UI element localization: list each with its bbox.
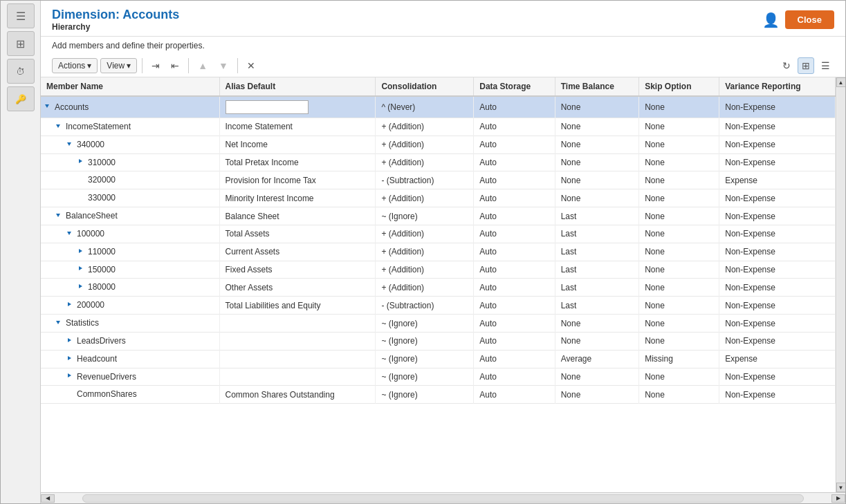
sidebar-key-icon[interactable]: 🔑 bbox=[7, 86, 35, 111]
table-row[interactable]: Statistics~ (Ignore)AutoNoneNoneNon-Expe… bbox=[41, 315, 836, 333]
close-button[interactable]: Close bbox=[785, 10, 834, 29]
skip-option-cell: None bbox=[639, 368, 719, 386]
toolbar: Actions ▾ View ▾ ⇥ ⇤ ▲ ▼ ✕ ↻ ⊞ ☰ bbox=[41, 55, 845, 77]
table-row[interactable]: 110000Current Assets+ (Addition)AutoLast… bbox=[41, 243, 836, 261]
svg-marker-12 bbox=[68, 356, 71, 360]
delete-button[interactable]: ✕ bbox=[243, 57, 259, 74]
svg-marker-6 bbox=[79, 249, 82, 253]
variance-cell: Non-Expense bbox=[719, 261, 836, 279]
col-variance-reporting: Variance Reporting bbox=[719, 77, 836, 96]
alias-input[interactable] bbox=[226, 100, 309, 114]
actions-dropdown-icon: ▾ bbox=[87, 61, 91, 71]
consolidation-cell: ~ (Ignore) bbox=[376, 207, 474, 225]
data-storage-cell: Auto bbox=[474, 297, 555, 315]
member-name: Statistics bbox=[66, 318, 99, 328]
variance-cell: Non-Expense bbox=[719, 225, 836, 243]
alias-cell: Current Assets bbox=[219, 243, 376, 261]
expand-icon[interactable] bbox=[66, 230, 75, 239]
consolidation-cell: ~ (Ignore) bbox=[376, 386, 474, 404]
consolidation-cell: ~ (Ignore) bbox=[376, 368, 474, 386]
scroll-right-arrow[interactable]: ▶ bbox=[831, 494, 845, 503]
skip-option-cell: None bbox=[639, 153, 719, 171]
refresh-button[interactable]: ↻ bbox=[778, 57, 795, 74]
header-left: Dimension: Accounts Hierarchy bbox=[52, 8, 179, 32]
svg-marker-2 bbox=[67, 142, 71, 146]
table-row[interactable]: 200000Total Liabilities and Equity- (Sub… bbox=[41, 297, 836, 315]
table-row[interactable]: Headcount~ (Ignore)AutoAverageMissingExp… bbox=[41, 350, 836, 368]
view-button[interactable]: View ▾ bbox=[100, 58, 137, 73]
data-storage-cell: Auto bbox=[474, 189, 555, 207]
list-view-button[interactable]: ☰ bbox=[817, 57, 834, 74]
table-row[interactable]: 330000Minority Interest Income+ (Additio… bbox=[41, 189, 836, 207]
skip-option-cell: None bbox=[639, 225, 719, 243]
variance-cell: Non-Expense bbox=[719, 96, 836, 118]
expand-icon[interactable] bbox=[55, 212, 64, 221]
table-row[interactable]: 150000Fixed Assets+ (Addition)AutoLastNo… bbox=[41, 261, 836, 279]
variance-cell: Expense bbox=[719, 171, 836, 189]
horizontal-scrollbar[interactable] bbox=[82, 494, 804, 503]
view-dropdown-icon: ▾ bbox=[127, 61, 131, 71]
toolbar-right: ↻ ⊞ ☰ bbox=[778, 57, 834, 74]
table-row[interactable]: IncomeStatementIncome Statement+ (Additi… bbox=[41, 118, 836, 136]
data-storage-cell: Auto bbox=[474, 153, 555, 171]
alias-cell: Fixed Assets bbox=[219, 261, 376, 279]
col-consolidation: Consolidation bbox=[376, 77, 474, 96]
skip-option-cell: None bbox=[639, 189, 719, 207]
move-down-button[interactable]: ▼ bbox=[214, 57, 232, 74]
alias-cell: Provision for Income Tax bbox=[219, 171, 376, 189]
sidebar-clock-icon[interactable]: ⏱ bbox=[7, 59, 35, 84]
expand-icon[interactable] bbox=[66, 372, 75, 382]
consolidation-cell: + (Addition) bbox=[376, 225, 474, 243]
expand-icon[interactable] bbox=[77, 283, 86, 292]
expand-icon[interactable] bbox=[66, 301, 75, 310]
table-row[interactable]: LeadsDrivers~ (Ignore)AutoNoneNoneNon-Ex… bbox=[41, 332, 836, 350]
expand-icon[interactable] bbox=[77, 248, 86, 257]
table-row[interactable]: Accounts^ (Never)AutoNoneNoneNon-Expense bbox=[41, 96, 836, 118]
scroll-track[interactable] bbox=[837, 87, 845, 483]
scroll-up-arrow[interactable]: ▲ bbox=[836, 77, 846, 87]
alias-cell: Other Assets bbox=[219, 279, 376, 297]
sidebar-hierarchy-icon[interactable]: ⊞ bbox=[7, 31, 35, 56]
move-up-button[interactable]: ▲ bbox=[194, 57, 212, 74]
table-row[interactable]: 320000Provision for Income Tax- (Subtrac… bbox=[41, 171, 836, 189]
table-area: Member Name Alias Default Consolidation … bbox=[41, 77, 836, 492]
expand-icon[interactable] bbox=[55, 319, 64, 328]
svg-marker-9 bbox=[68, 302, 71, 306]
table-row[interactable]: RevenueDrivers~ (Ignore)AutoNoneNoneNon-… bbox=[41, 368, 836, 386]
table-row[interactable]: 100000Total Assets+ (Addition)AutoLastNo… bbox=[41, 225, 836, 243]
data-storage-cell: Auto bbox=[474, 332, 555, 350]
table-row[interactable]: BalanceSheetBalance Sheet~ (Ignore)AutoL… bbox=[41, 207, 836, 225]
variance-cell: Non-Expense bbox=[719, 297, 836, 315]
time-balance-cell: None bbox=[555, 315, 638, 333]
table-row[interactable]: 180000Other Assets+ (Addition)AutoLastNo… bbox=[41, 279, 836, 297]
alias-cell[interactable] bbox=[219, 96, 376, 118]
expand-icon[interactable] bbox=[77, 158, 86, 167]
table-row[interactable]: 340000Net Income+ (Addition)AutoNoneNone… bbox=[41, 136, 836, 153]
svg-marker-4 bbox=[56, 214, 60, 217]
indent-button[interactable]: ⇥ bbox=[147, 57, 164, 74]
expand-icon[interactable] bbox=[66, 355, 75, 364]
expand-icon[interactable] bbox=[55, 122, 64, 132]
expand-icon[interactable] bbox=[77, 265, 86, 274]
svg-marker-5 bbox=[67, 232, 71, 235]
data-storage-cell: Auto bbox=[474, 261, 555, 279]
user-icon: 👤 bbox=[762, 12, 780, 28]
skip-option-cell: None bbox=[639, 315, 719, 333]
grid-view-button[interactable]: ⊞ bbox=[798, 57, 814, 74]
svg-marker-0 bbox=[45, 104, 49, 108]
expand-icon[interactable] bbox=[44, 102, 53, 112]
actions-button[interactable]: Actions ▾ bbox=[52, 58, 98, 73]
expand-icon[interactable] bbox=[66, 140, 75, 150]
svg-marker-7 bbox=[79, 266, 82, 270]
col-member-name: Member Name bbox=[41, 77, 219, 96]
right-scrollbar[interactable]: ▲ ▼ bbox=[836, 77, 845, 492]
scroll-down-arrow[interactable]: ▼ bbox=[836, 483, 846, 492]
outdent-button[interactable]: ⇤ bbox=[167, 57, 183, 74]
expand-icon[interactable] bbox=[66, 337, 75, 346]
time-balance-cell: None bbox=[555, 118, 638, 136]
table-row[interactable]: 310000Total Pretax Income+ (Addition)Aut… bbox=[41, 153, 836, 171]
table-row[interactable]: CommonSharesCommon Shares Outstanding~ (… bbox=[41, 386, 836, 404]
scroll-left-arrow[interactable]: ◀ bbox=[41, 494, 55, 503]
sidebar-list-icon[interactable]: ☰ bbox=[7, 3, 35, 28]
data-storage-cell: Auto bbox=[474, 368, 555, 386]
